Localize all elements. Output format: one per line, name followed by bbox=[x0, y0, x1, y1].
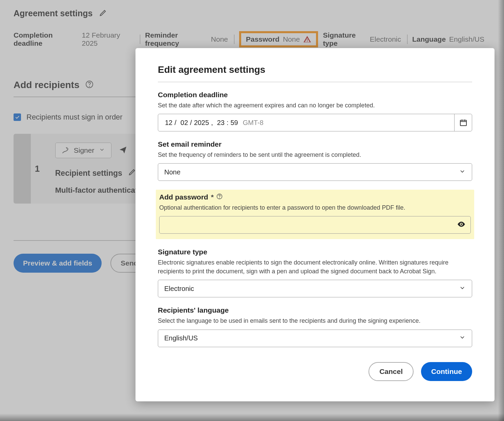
completion-deadline-input[interactable]: 12 / 02 / 2025 , 23 : 59 GMT-8 bbox=[158, 114, 472, 131]
sign-order-label: Recipients must sign in order bbox=[26, 113, 123, 122]
recipient-index: 1 bbox=[35, 164, 40, 174]
add-password-field: Add password * Optional authentication f… bbox=[156, 190, 474, 239]
summary-signature: Signature type Electronic bbox=[323, 31, 407, 47]
preview-add-fields-button[interactable]: Preview & add fields bbox=[14, 254, 102, 273]
recipients-language-field: Recipients' language Select the language… bbox=[158, 306, 472, 347]
chevron-down-icon bbox=[459, 334, 466, 342]
add-password-help: Optional authentication for recipients t… bbox=[159, 203, 471, 212]
recipients-language-label: Recipients' language bbox=[158, 306, 472, 314]
recipient-role-label: Signer bbox=[74, 146, 94, 154]
cancel-button[interactable]: Cancel bbox=[369, 362, 414, 381]
summary-reminder: Reminder frequency None bbox=[145, 31, 234, 47]
chevron-down-icon bbox=[459, 285, 466, 293]
dialog-title: Edit agreement settings bbox=[158, 64, 472, 75]
page-title-row: Agreement settings bbox=[14, 8, 490, 18]
add-recipients-title: Add recipients bbox=[14, 80, 79, 90]
svg-point-4 bbox=[219, 198, 220, 198]
summary-signature-value: Electronic bbox=[370, 35, 401, 43]
summary-separator bbox=[407, 35, 407, 44]
summary-deadline-label: Completion deadline bbox=[14, 31, 79, 47]
completion-deadline-field: Completion deadline Set the date after w… bbox=[158, 91, 472, 131]
email-reminder-field: Set email reminder Set the frequency of … bbox=[158, 140, 472, 181]
summary-signature-label: Signature type bbox=[323, 31, 366, 47]
email-reminder-label: Set email reminder bbox=[158, 140, 472, 148]
signature-type-select[interactable]: Electronic bbox=[158, 280, 472, 297]
summary-separator bbox=[140, 35, 140, 44]
summary-language-label: Language bbox=[412, 35, 446, 43]
summary-password-highlight[interactable]: Password None bbox=[239, 31, 318, 47]
show-password-icon[interactable] bbox=[457, 220, 466, 230]
page-title: Agreement settings bbox=[14, 8, 92, 18]
edit-agreement-settings-dialog: Edit agreement settings Completion deadl… bbox=[135, 48, 495, 401]
summary-password-value: None bbox=[283, 35, 300, 43]
summary-deadline: Completion deadline 12 February 2025 bbox=[14, 31, 140, 47]
svg-rect-2 bbox=[460, 120, 466, 126]
sign-order-checkbox[interactable] bbox=[14, 113, 21, 121]
edit-recipient-icon[interactable] bbox=[128, 168, 136, 178]
summary-separator bbox=[234, 35, 234, 44]
dialog-button-row: Cancel Continue bbox=[158, 362, 472, 381]
deadline-year[interactable]: 2025 bbox=[194, 119, 209, 127]
deadline-hour[interactable]: 23 bbox=[217, 119, 225, 127]
settings-summary-bar: Completion deadline 12 February 2025 Rem… bbox=[14, 31, 490, 47]
deadline-minute[interactable]: 59 bbox=[231, 119, 238, 127]
recipients-language-value: English/US bbox=[164, 334, 198, 342]
signature-type-help: Electronic signatures enable recipients … bbox=[158, 258, 472, 276]
recipient-drag-handle[interactable] bbox=[14, 134, 31, 204]
deadline-month[interactable]: 02 bbox=[181, 119, 188, 127]
recipient-settings-label: Recipient settings bbox=[55, 169, 122, 178]
add-password-label: Add password * bbox=[159, 193, 471, 201]
chevron-down-icon bbox=[459, 168, 466, 176]
warning-icon bbox=[303, 35, 311, 43]
svg-point-1 bbox=[89, 86, 90, 87]
password-input-wrapper bbox=[159, 216, 471, 234]
continue-button[interactable]: Continue bbox=[421, 362, 472, 381]
recipient-role-select[interactable]: Signer bbox=[55, 143, 112, 158]
edit-settings-icon[interactable] bbox=[99, 9, 107, 18]
deadline-timezone: GMT-8 bbox=[243, 119, 264, 127]
chevron-down-icon bbox=[99, 146, 105, 154]
completion-deadline-label: Completion deadline bbox=[158, 91, 472, 99]
email-reminder-help: Set the frequency of reminders to be sen… bbox=[158, 150, 472, 159]
summary-language: Language English/US bbox=[412, 35, 490, 43]
required-indicator: * bbox=[211, 193, 214, 201]
signature-type-label: Signature type bbox=[158, 248, 472, 256]
signature-type-field: Signature type Electronic signatures ena… bbox=[158, 248, 472, 297]
add-password-label-text: Add password bbox=[159, 193, 208, 201]
email-reminder-value: None bbox=[164, 168, 181, 176]
deadline-day[interactable]: 12 bbox=[165, 119, 172, 127]
completion-deadline-value: 12 / 02 / 2025 , 23 : 59 GMT-8 bbox=[158, 119, 270, 127]
completion-deadline-help: Set the date after which the agreement e… bbox=[158, 101, 472, 110]
help-icon[interactable] bbox=[216, 193, 223, 201]
summary-password-label: Password bbox=[246, 35, 279, 43]
signature-type-value: Electronic bbox=[164, 285, 194, 293]
send-method-icon[interactable] bbox=[119, 146, 127, 155]
dialog-separator bbox=[158, 81, 472, 83]
summary-reminder-label: Reminder frequency bbox=[145, 31, 208, 47]
summary-reminder-value: None bbox=[211, 35, 228, 43]
password-input[interactable] bbox=[164, 216, 457, 233]
help-icon[interactable] bbox=[85, 80, 93, 90]
email-reminder-select[interactable]: None bbox=[158, 163, 472, 181]
summary-language-value: English/US bbox=[449, 35, 484, 43]
recipients-language-select[interactable]: English/US bbox=[158, 330, 472, 347]
calendar-icon[interactable] bbox=[454, 114, 472, 131]
recipients-language-help: Select the language to be used in emails… bbox=[158, 316, 472, 325]
summary-deadline-value: 12 February 2025 bbox=[82, 31, 134, 47]
